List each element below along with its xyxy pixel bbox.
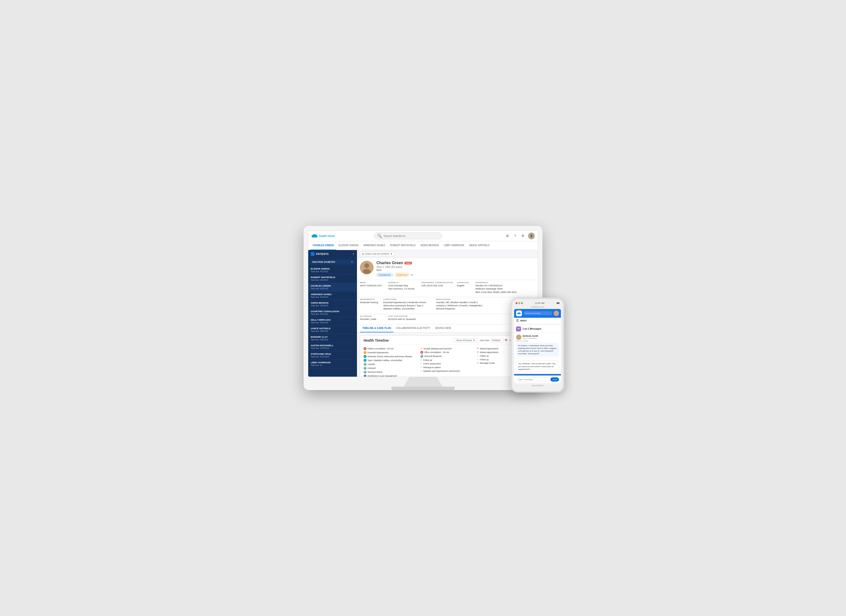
item-text: Follow up <box>423 359 432 361</box>
hamburger-icon[interactable]: ☰ <box>516 319 519 323</box>
tab-timeline-care-plan[interactable]: TIMELINE & CARE PLAN <box>360 324 393 332</box>
copd-icon: ◎ <box>363 355 366 358</box>
svg-point-3 <box>313 234 316 237</box>
tab-libby-harrison[interactable]: LIBBY HARRISON <box>441 241 466 250</box>
tab-elenor-owens[interactable]: ELENOR OWENS <box>336 241 361 250</box>
office-consult-icon: ♥ <box>420 351 423 354</box>
followup-3-icon: ✓ <box>477 358 479 361</box>
start-date-input[interactable] <box>490 339 504 342</box>
tab-vance-hatfield[interactable]: VANCE HATFIELD <box>466 241 492 250</box>
tab-charles-green[interactable]: CHARLES GREEN <box>310 241 336 250</box>
calendar-icon[interactable]: 📅 <box>505 339 507 342</box>
sleep-icon: ★ <box>420 347 422 350</box>
phone-time: 11:57 AM <box>535 302 544 304</box>
sidebar-dropdown-icon[interactable]: ▼ <box>352 253 355 255</box>
patient-task-due: Task due: 9/3/2015 <box>310 287 355 290</box>
filter-dropdown-icon[interactable]: ▼ <box>351 261 353 263</box>
patient-full-name: Charles Green <box>377 261 403 265</box>
message-patient-icon: ✓ <box>420 366 422 369</box>
timeline-item: ✓ COPD assessment <box>420 362 475 365</box>
sidebar-item-robert-whitefield[interactable]: ROBERT WHITEFIELD Task due: 9/1/2015 <box>308 274 357 283</box>
phone-dot-green <box>521 302 523 304</box>
user-avatar[interactable]: 👤 <box>528 233 535 239</box>
item-text: Follow up <box>480 358 488 361</box>
sidebar-item-vance-hatfield[interactable]: VANCE HATFIELD Task due: 9/8/2015 <box>308 326 357 334</box>
open-tab-button[interactable]: ⊞ OPEN TAB ON PATIENT ▼ <box>360 252 395 256</box>
phone-content: ☰ MENU ✉ 1-to-1 Messages Mellind <box>514 318 561 374</box>
sidebar-item-austin-mcdowell[interactable]: AUSTIN MCDOWELL Task due: 9/10/2015 <box>308 343 357 351</box>
search-input[interactable] <box>384 235 439 238</box>
timeline-item: 💊 Lisinopril <box>363 366 418 370</box>
field-impairments-value: Moderate hearing <box>360 301 380 304</box>
tab-aiden-benson[interactable]: AIDEN BENSON <box>418 241 441 250</box>
field-address: ADDRESS 1234 Example WaySan Francisco, C… <box>388 282 417 293</box>
show-all-label: Show All Events <box>456 339 472 342</box>
tab-armondo-nunez[interactable]: ARMONDO NUNEZ <box>361 241 387 250</box>
item-text: Lisinopril <box>368 367 376 370</box>
salesforce-icon <box>516 311 522 316</box>
timeline-item: ★ Trouble sleeping and insomnia <box>420 347 475 351</box>
sidebar-item-armondo-nunez[interactable]: ARMONDO NUNEZ Task due: 9/3/2015 <box>308 292 357 300</box>
sidebar-item-edward-clay[interactable]: EDWARD CLAY Task due: 9/8/2015 <box>308 334 357 343</box>
patient-task-due: Task due: 9/11/2015 <box>310 355 355 358</box>
patient-name: STEPHANIE CRUZ <box>310 352 355 355</box>
patient-consult-icon: ♥ <box>363 347 366 350</box>
tab-robert-whitefield[interactable]: ROBERT WHITEFIELD <box>388 241 418 250</box>
send-button[interactable]: Send <box>550 377 559 381</box>
patient-dob: June 2, 1952 (63 years) <box>377 265 535 268</box>
enrollment-icon: 👤 <box>363 374 366 377</box>
patient-task-due: Task due: 9/1/2015 <box>310 279 355 281</box>
phone-search-bar[interactable]: Search education... <box>524 311 552 315</box>
phone-search-text: Search education... <box>525 312 542 314</box>
sidebar-item-charles-green[interactable]: CHARLES GREEN Task due: 9/3/2015 <box>308 283 357 292</box>
timeline-item: 💊 Serevent Diskus <box>363 370 418 374</box>
phone-message-input[interactable] <box>516 377 549 382</box>
phone-input-row: Send <box>514 375 561 383</box>
phone-home-bar <box>514 383 561 388</box>
item-text: Missed appointment <box>480 348 498 350</box>
field-allergies-value: Penicillin | Sulfa <box>360 317 384 321</box>
tab-device-data[interactable]: DEVICE DATA <box>433 324 453 332</box>
sidebar-item-stephanie-cruz[interactable]: STEPHANIE CRUZ Task due: 9/11/2015 <box>308 351 357 359</box>
sender-avatar <box>516 334 521 340</box>
patient-name: AUSTIN MCDOWELL <box>310 344 355 347</box>
sidebar-title: PATIENTS <box>316 253 351 255</box>
sidebar-item-libby-harrison[interactable]: LIBBY HARRISON Task due: 9/... <box>308 359 357 368</box>
phone-dots <box>516 302 523 304</box>
sidebar-header: 👤 PATIENTS ▼ <box>308 250 357 258</box>
field-conditions-value: Essential hypertension | Moderate chroni… <box>383 301 432 311</box>
patient-name: VANCE HATFIELD <box>310 327 355 330</box>
field-medications-value: Avandia | BD Ultrafine Needles | Insulin… <box>436 301 485 311</box>
patient-task-due: Task due: 9/8/2015 <box>310 339 355 341</box>
message-item-reply: Yes, Mellinda. That sounds like a plan. … <box>514 358 561 374</box>
settings-icon[interactable]: ⚙ <box>520 233 525 239</box>
phone-user-avatar <box>553 311 559 316</box>
svg-point-9 <box>519 313 521 314</box>
patient-name: COURTNEY DONALDSON <box>310 310 355 312</box>
item-text: COPD assessment <box>423 362 441 365</box>
field-mrn-label: MRN# <box>360 282 384 284</box>
grid-icon[interactable]: ⊞ <box>505 233 510 239</box>
sidebar-filter[interactable]: HIGH RISK DIABETES ▼ <box>310 260 355 264</box>
tab-collaboration[interactable]: COLLABORATION & ACTIVITY <box>393 324 433 332</box>
field-impairments: IMPAIRMENTS Moderate hearing <box>360 298 380 311</box>
sidebar-item-aiden-benson[interactable]: AIDEN BENSON Task due: 9/4/2015 <box>308 300 357 308</box>
field-conditions: CONDITIONS Essential hypertension | Mode… <box>383 298 432 311</box>
patient-task-due: Task due: 9/4/2015 <box>310 313 355 315</box>
timeline-col-2: ★ Trouble sleeping and insomnia ♥ Office… <box>420 347 475 377</box>
sidebar-item-courtney-donaldson[interactable]: COURTNEY DONALDSON Task due: 9/4/2015 <box>308 308 357 317</box>
item-text: Message to pati... <box>480 362 496 364</box>
field-mrn-value: 25AF-ASWGZN-OST <box>360 284 384 287</box>
field-insurance-value: Member ID # 9876543210Medicare Advantage… <box>475 284 517 293</box>
sidebar-item-elenor-owens[interactable]: ELENOR OWENS Task due: 9/1/2015 <box>308 266 357 274</box>
show-all-events-button[interactable]: Show All Events ▼ <box>454 338 477 343</box>
field-address-value: 1234 Example WaySan Francisco, CA 94105 <box>388 284 417 290</box>
field-allergies: ALLERGIES Penicillin | Sulfa <box>360 315 384 321</box>
messages-icon: ✉ <box>516 327 521 331</box>
help-icon[interactable]: ? <box>512 233 518 239</box>
timeline-item: 👤 Enrollment in care management <box>363 374 418 377</box>
home-bar-indicator <box>531 385 544 386</box>
message-patient-2-icon: ✉ <box>477 362 479 364</box>
edit-tags-icon[interactable]: ✏ <box>411 273 413 277</box>
sidebar-item-kelly-mercado[interactable]: KELLY MERCADO Task due: 9/4/2015 <box>308 317 357 326</box>
